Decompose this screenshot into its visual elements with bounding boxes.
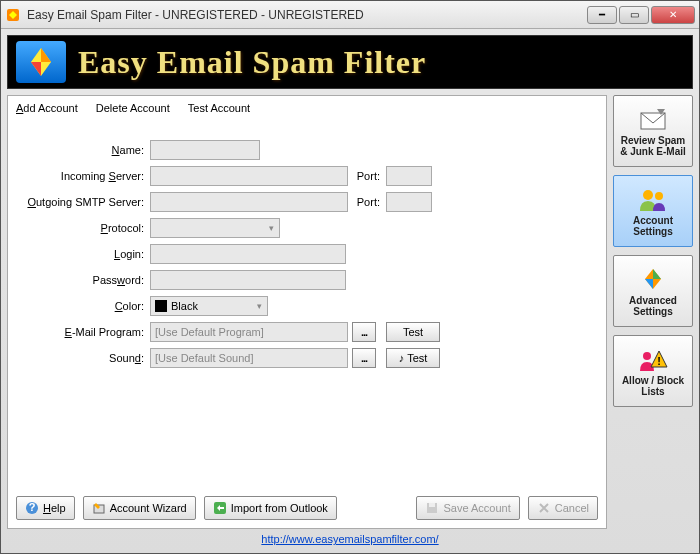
password-label: Password: — [18, 274, 150, 286]
email-program-browse-button[interactable]: ... — [352, 322, 376, 342]
account-wizard-button[interactable]: Account Wizard — [83, 496, 196, 520]
envelope-icon — [637, 105, 669, 133]
port-out-label: Port: — [356, 196, 386, 208]
name-label: Name: — [18, 144, 150, 156]
delete-account-link[interactable]: Delete Account — [96, 102, 170, 114]
wizard-icon — [92, 501, 106, 515]
sound-label: Sound: — [18, 352, 150, 364]
svg-text:?: ? — [29, 501, 36, 513]
window-controls: ━ ▭ ✕ — [587, 6, 695, 24]
color-select[interactable]: Black — [150, 296, 268, 316]
window-title: Easy Email Spam Filter - UNREGISTERED - … — [27, 8, 587, 22]
name-input[interactable] — [150, 140, 260, 160]
website-link[interactable]: http://www.easyemailspamfilter.com/ — [261, 533, 438, 545]
banner-logo-icon — [16, 41, 66, 83]
save-account-button[interactable]: Save Account — [416, 496, 519, 520]
incoming-server-input[interactable] — [150, 166, 348, 186]
password-input[interactable] — [150, 270, 346, 290]
email-program-input[interactable] — [150, 322, 348, 342]
banner: Easy Email Spam Filter — [7, 35, 693, 89]
minimize-button[interactable]: ━ — [587, 6, 617, 24]
login-label: Login: — [18, 248, 150, 260]
maximize-button[interactable]: ▭ — [619, 6, 649, 24]
help-button[interactable]: ? Help — [16, 496, 75, 520]
import-outlook-button[interactable]: Import from Outlook — [204, 496, 337, 520]
people-icon — [637, 185, 669, 213]
save-icon — [425, 501, 439, 515]
svg-point-9 — [655, 192, 663, 200]
app-window: Easy Email Spam Filter - UNREGISTERED - … — [0, 0, 700, 554]
music-note-icon — [399, 352, 405, 364]
incoming-label: Incoming Server: — [18, 170, 150, 182]
test-account-link[interactable]: Test Account — [188, 102, 250, 114]
email-program-label: E-Mail Program: — [18, 326, 150, 338]
svg-point-8 — [643, 190, 653, 200]
sidebar: Review Spam & Junk E-Mail Account Settin… — [613, 95, 693, 529]
help-icon: ? — [25, 501, 39, 515]
svg-rect-6 — [429, 503, 435, 507]
port-in-label: Port: — [356, 170, 386, 182]
add-account-link[interactable]: Add Account — [16, 102, 78, 114]
account-settings-button[interactable]: Account Settings — [613, 175, 693, 247]
review-spam-button[interactable]: Review Spam & Junk E-Mail — [613, 95, 693, 167]
sound-input[interactable] — [150, 348, 348, 368]
warning-people-icon: ! — [637, 345, 669, 373]
allow-block-button[interactable]: ! Allow / Block Lists — [613, 335, 693, 407]
account-form: Name: Incoming Server: Port: Outgoing SM… — [8, 120, 606, 488]
titlebar: Easy Email Spam Filter - UNREGISTERED - … — [1, 1, 699, 29]
protocol-label: Protocol: — [18, 222, 150, 234]
email-program-test-button[interactable]: Test — [386, 322, 440, 342]
sound-test-button[interactable]: Test — [386, 348, 440, 368]
port-in-input[interactable] — [386, 166, 432, 186]
bottom-toolbar: ? Help Account Wizard Import from Outloo… — [8, 488, 606, 528]
advanced-settings-button[interactable]: Advanced Settings — [613, 255, 693, 327]
color-swatch-icon — [155, 300, 167, 312]
svg-text:!: ! — [657, 355, 661, 367]
color-label: Color: — [18, 300, 150, 312]
cancel-icon — [537, 501, 551, 515]
account-toolbar: Add Account Delete Account Test Account — [8, 96, 606, 120]
outgoing-server-input[interactable] — [150, 192, 348, 212]
login-input[interactable] — [150, 244, 346, 264]
main-panel: Add Account Delete Account Test Account … — [7, 95, 607, 529]
port-out-input[interactable] — [386, 192, 432, 212]
app-icon — [5, 7, 21, 23]
outgoing-label: Outgoing SMTP Server: — [18, 196, 150, 208]
svg-point-10 — [643, 352, 651, 360]
footer: http://www.easyemailspamfilter.com/ — [1, 529, 699, 553]
close-button[interactable]: ✕ — [651, 6, 695, 24]
protocol-select[interactable] — [150, 218, 280, 238]
sound-browse-button[interactable]: ... — [352, 348, 376, 368]
banner-title: Easy Email Spam Filter — [78, 44, 426, 81]
advanced-icon — [637, 265, 669, 293]
import-icon — [213, 501, 227, 515]
cancel-button[interactable]: Cancel — [528, 496, 598, 520]
